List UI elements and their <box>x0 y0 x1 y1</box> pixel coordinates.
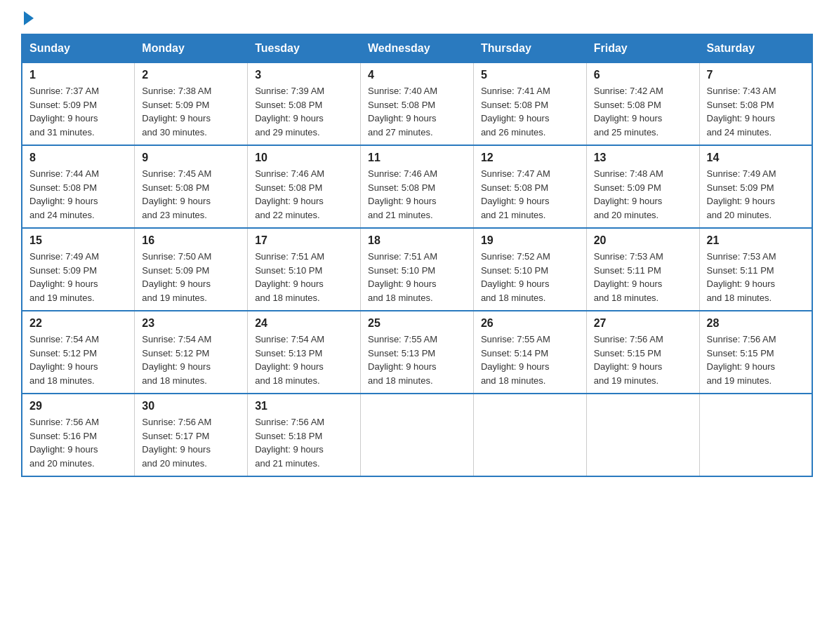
day-info: Sunrise: 7:53 AMSunset: 5:11 PMDaylight:… <box>594 251 663 303</box>
day-info: Sunrise: 7:56 AMSunset: 5:15 PMDaylight:… <box>707 334 776 386</box>
calendar-cell: 29 Sunrise: 7:56 AMSunset: 5:16 PMDaylig… <box>22 394 135 476</box>
calendar-cell <box>361 394 474 476</box>
day-info: Sunrise: 7:54 AMSunset: 5:12 PMDaylight:… <box>29 334 99 386</box>
day-info: Sunrise: 7:49 AMSunset: 5:09 PMDaylight:… <box>29 251 99 303</box>
calendar-cell: 18 Sunrise: 7:51 AMSunset: 5:10 PMDaylig… <box>361 228 474 311</box>
calendar-cell: 5 Sunrise: 7:41 AMSunset: 5:08 PMDayligh… <box>473 62 586 145</box>
day-number: 3 <box>255 69 353 81</box>
page-header <box>21 14 813 20</box>
day-info: Sunrise: 7:39 AMSunset: 5:08 PMDaylight:… <box>255 86 324 137</box>
day-number: 24 <box>255 317 353 330</box>
calendar-cell: 24 Sunrise: 7:54 AMSunset: 5:13 PMDaylig… <box>248 311 361 394</box>
day-info: Sunrise: 7:43 AMSunset: 5:08 PMDaylight:… <box>707 86 776 137</box>
calendar-cell: 1 Sunrise: 7:37 AMSunset: 5:09 PMDayligh… <box>22 62 135 145</box>
day-info: Sunrise: 7:53 AMSunset: 5:11 PMDaylight:… <box>707 251 776 303</box>
day-number: 25 <box>368 317 466 330</box>
calendar-cell: 22 Sunrise: 7:54 AMSunset: 5:12 PMDaylig… <box>22 311 135 394</box>
calendar-cell: 15 Sunrise: 7:49 AMSunset: 5:09 PMDaylig… <box>22 228 135 311</box>
calendar-cell: 21 Sunrise: 7:53 AMSunset: 5:11 PMDaylig… <box>699 228 812 311</box>
calendar-cell: 8 Sunrise: 7:44 AMSunset: 5:08 PMDayligh… <box>22 145 135 228</box>
calendar-cell: 20 Sunrise: 7:53 AMSunset: 5:11 PMDaylig… <box>586 228 699 311</box>
calendar-cell: 13 Sunrise: 7:48 AMSunset: 5:09 PMDaylig… <box>586 145 699 228</box>
calendar-cell: 16 Sunrise: 7:50 AMSunset: 5:09 PMDaylig… <box>135 228 248 311</box>
day-number: 11 <box>368 152 466 164</box>
calendar-cell <box>586 394 699 476</box>
day-number: 17 <box>255 234 353 247</box>
day-info: Sunrise: 7:50 AMSunset: 5:09 PMDaylight:… <box>142 251 211 303</box>
day-info: Sunrise: 7:44 AMSunset: 5:08 PMDaylight:… <box>29 168 99 220</box>
day-info: Sunrise: 7:56 AMSunset: 5:18 PMDaylight:… <box>255 417 324 469</box>
logo-triangle-icon <box>24 11 34 25</box>
day-number: 22 <box>29 317 127 330</box>
calendar-cell <box>473 394 586 476</box>
day-number: 12 <box>481 152 579 164</box>
calendar-table: SundayMondayTuesdayWednesdayThursdayFrid… <box>21 34 813 477</box>
logo <box>21 14 34 20</box>
calendar-cell: 11 Sunrise: 7:46 AMSunset: 5:08 PMDaylig… <box>361 145 474 228</box>
header-saturday: Saturday <box>699 34 812 62</box>
calendar-cell: 6 Sunrise: 7:42 AMSunset: 5:08 PMDayligh… <box>586 62 699 145</box>
day-number: 20 <box>594 234 692 247</box>
calendar-cell: 27 Sunrise: 7:56 AMSunset: 5:15 PMDaylig… <box>586 311 699 394</box>
day-info: Sunrise: 7:45 AMSunset: 5:08 PMDaylight:… <box>142 168 211 220</box>
calendar-cell: 31 Sunrise: 7:56 AMSunset: 5:18 PMDaylig… <box>248 394 361 476</box>
day-info: Sunrise: 7:47 AMSunset: 5:08 PMDaylight:… <box>481 168 550 220</box>
day-number: 23 <box>142 317 240 330</box>
calendar-cell: 7 Sunrise: 7:43 AMSunset: 5:08 PMDayligh… <box>699 62 812 145</box>
calendar-cell: 14 Sunrise: 7:49 AMSunset: 5:09 PMDaylig… <box>699 145 812 228</box>
day-number: 13 <box>594 152 692 164</box>
calendar-cell: 3 Sunrise: 7:39 AMSunset: 5:08 PMDayligh… <box>248 62 361 145</box>
day-number: 28 <box>707 317 805 330</box>
calendar-cell: 12 Sunrise: 7:47 AMSunset: 5:08 PMDaylig… <box>473 145 586 228</box>
day-info: Sunrise: 7:37 AMSunset: 5:09 PMDaylight:… <box>29 86 99 137</box>
week-row-5: 29 Sunrise: 7:56 AMSunset: 5:16 PMDaylig… <box>22 394 812 476</box>
day-number: 7 <box>707 69 805 81</box>
day-number: 4 <box>368 69 466 81</box>
header-tuesday: Tuesday <box>248 34 361 62</box>
day-number: 26 <box>481 317 579 330</box>
day-number: 1 <box>29 69 127 81</box>
day-info: Sunrise: 7:51 AMSunset: 5:10 PMDaylight:… <box>368 251 437 303</box>
calendar-cell: 28 Sunrise: 7:56 AMSunset: 5:15 PMDaylig… <box>699 311 812 394</box>
calendar-cell: 25 Sunrise: 7:55 AMSunset: 5:13 PMDaylig… <box>361 311 474 394</box>
calendar-cell: 23 Sunrise: 7:54 AMSunset: 5:12 PMDaylig… <box>135 311 248 394</box>
day-number: 16 <box>142 234 240 247</box>
day-info: Sunrise: 7:54 AMSunset: 5:12 PMDaylight:… <box>142 334 211 386</box>
calendar-cell: 26 Sunrise: 7:55 AMSunset: 5:14 PMDaylig… <box>473 311 586 394</box>
header-monday: Monday <box>135 34 248 62</box>
header-thursday: Thursday <box>473 34 586 62</box>
calendar-cell: 9 Sunrise: 7:45 AMSunset: 5:08 PMDayligh… <box>135 145 248 228</box>
day-info: Sunrise: 7:51 AMSunset: 5:10 PMDaylight:… <box>255 251 324 303</box>
calendar-header-row: SundayMondayTuesdayWednesdayThursdayFrid… <box>22 34 812 62</box>
day-info: Sunrise: 7:38 AMSunset: 5:09 PMDaylight:… <box>142 86 211 137</box>
week-row-2: 8 Sunrise: 7:44 AMSunset: 5:08 PMDayligh… <box>22 145 812 228</box>
week-row-4: 22 Sunrise: 7:54 AMSunset: 5:12 PMDaylig… <box>22 311 812 394</box>
day-info: Sunrise: 7:40 AMSunset: 5:08 PMDaylight:… <box>368 86 437 137</box>
day-info: Sunrise: 7:55 AMSunset: 5:13 PMDaylight:… <box>368 334 437 386</box>
day-info: Sunrise: 7:41 AMSunset: 5:08 PMDaylight:… <box>481 86 550 137</box>
calendar-cell: 30 Sunrise: 7:56 AMSunset: 5:17 PMDaylig… <box>135 394 248 476</box>
week-row-3: 15 Sunrise: 7:49 AMSunset: 5:09 PMDaylig… <box>22 228 812 311</box>
day-number: 14 <box>707 152 805 164</box>
day-number: 29 <box>29 400 127 412</box>
calendar-cell: 4 Sunrise: 7:40 AMSunset: 5:08 PMDayligh… <box>361 62 474 145</box>
day-number: 2 <box>142 69 240 81</box>
day-info: Sunrise: 7:54 AMSunset: 5:13 PMDaylight:… <box>255 334 324 386</box>
day-info: Sunrise: 7:56 AMSunset: 5:15 PMDaylight:… <box>594 334 663 386</box>
day-number: 6 <box>594 69 692 81</box>
day-number: 8 <box>29 152 127 164</box>
day-number: 9 <box>142 152 240 164</box>
calendar-cell <box>699 394 812 476</box>
calendar-cell: 10 Sunrise: 7:46 AMSunset: 5:08 PMDaylig… <box>248 145 361 228</box>
day-number: 10 <box>255 152 353 164</box>
day-number: 31 <box>255 400 353 412</box>
day-info: Sunrise: 7:49 AMSunset: 5:09 PMDaylight:… <box>707 168 776 220</box>
calendar-cell: 19 Sunrise: 7:52 AMSunset: 5:10 PMDaylig… <box>473 228 586 311</box>
calendar-cell: 17 Sunrise: 7:51 AMSunset: 5:10 PMDaylig… <box>248 228 361 311</box>
day-info: Sunrise: 7:56 AMSunset: 5:16 PMDaylight:… <box>29 417 99 469</box>
day-number: 18 <box>368 234 466 247</box>
day-info: Sunrise: 7:46 AMSunset: 5:08 PMDaylight:… <box>255 168 324 220</box>
day-info: Sunrise: 7:42 AMSunset: 5:08 PMDaylight:… <box>594 86 663 137</box>
day-number: 19 <box>481 234 579 247</box>
day-info: Sunrise: 7:52 AMSunset: 5:10 PMDaylight:… <box>481 251 550 303</box>
